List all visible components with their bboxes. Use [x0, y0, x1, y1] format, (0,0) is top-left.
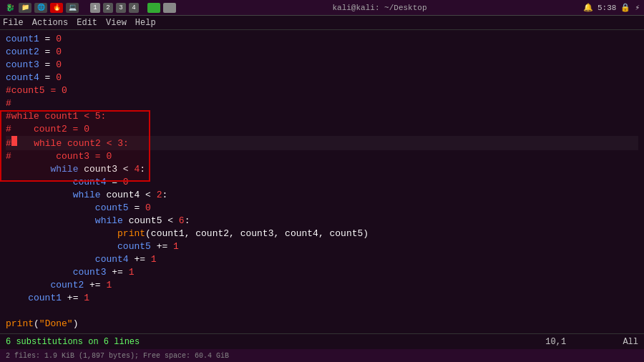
- code-line-3: count3 = 0: [6, 59, 638, 72]
- power-icon: ⚡: [635, 3, 640, 12]
- code-line-1: count1 = 0: [6, 33, 638, 46]
- code-line-15: while count5 < 6:: [6, 215, 638, 228]
- code-line-12: count4 = 0: [6, 176, 638, 189]
- code-line-19: count3 += 1: [6, 266, 638, 279]
- menu-edit[interactable]: Edit: [77, 18, 97, 28]
- code-line-22: [6, 305, 638, 318]
- workspace-1[interactable]: 1: [90, 3, 100, 13]
- menu-file[interactable]: File: [3, 18, 24, 28]
- dragon-icon: 🐉: [4, 2, 16, 14]
- bottombar: 2 files: 1.9 KiB (1,897 bytes); Free spa…: [0, 349, 644, 362]
- menubar: File Actions Edit View Help: [0, 16, 644, 30]
- code-line-2: count2 = 0: [6, 46, 638, 59]
- taskbar: 🐉 📁 🌐 🔥 💻 1 2 3 4 kali@kali: ~/Desktop 🔔…: [0, 0, 644, 16]
- code-line-17: count5 += 1: [6, 240, 638, 253]
- code-line-7: #while count1 < 5:: [6, 110, 638, 123]
- code-line-4: count4 = 0: [6, 72, 638, 84]
- window-indicator-2: [163, 3, 176, 13]
- menu-actions[interactable]: Actions: [32, 18, 68, 28]
- code-line-21: count1 += 1: [6, 292, 638, 305]
- workspace-3[interactable]: 3: [116, 3, 126, 13]
- workspace-2[interactable]: 2: [103, 3, 113, 13]
- status-message: 6 substitutions on 6 lines: [6, 337, 140, 347]
- code-area[interactable]: count1 = 0 count2 = 0 count3 = 0 count4 …: [0, 30, 644, 333]
- tb-btn-2[interactable]: 🌐: [34, 3, 47, 13]
- code-line-16: print(count1, count2, count3, count4, co…: [6, 228, 638, 240]
- code-line-5: #count5 = 0: [6, 84, 638, 97]
- network-icon: 🔔: [583, 3, 593, 12]
- menu-view[interactable]: View: [106, 18, 127, 28]
- cursor-position: 10,1: [545, 337, 566, 347]
- time-display: 5:38: [597, 4, 616, 12]
- lock-icon: 🔒: [620, 3, 630, 12]
- scroll-position: All: [623, 337, 638, 347]
- taskbar-left: 🐉 📁 🌐 🔥 💻 1 2 3 4: [4, 2, 176, 14]
- code-line-23: print("Done"): [6, 318, 638, 331]
- tb-btn-4[interactable]: 💻: [66, 3, 79, 13]
- code-line-24: ~: [6, 331, 638, 333]
- code-line-9: # while count2 < 3:: [6, 136, 638, 150]
- taskbar-right: 🔔 5:38 🔒 ⚡: [583, 3, 640, 12]
- code-line-6: #: [6, 97, 638, 110]
- window-title: kali@kali: ~/Desktop: [332, 4, 426, 12]
- code-line-11: while count3 < 4:: [6, 163, 638, 176]
- menu-help[interactable]: Help: [135, 18, 156, 28]
- code-line-14: count5 = 0: [6, 202, 638, 215]
- workspace-4[interactable]: 4: [129, 3, 139, 13]
- vim-status-right: 10,1 All: [545, 337, 638, 347]
- tb-btn-1[interactable]: 📁: [19, 3, 31, 13]
- code-line-8: # count2 = 0: [6, 123, 638, 136]
- window-indicator-1: [147, 3, 160, 13]
- editor[interactable]: count1 = 0 count2 = 0 count3 = 0 count4 …: [0, 30, 644, 333]
- file-info: 2 files: 1.9 KiB (1,897 bytes); Free spa…: [6, 352, 229, 360]
- code-line-18: count4 += 1: [6, 253, 638, 266]
- tb-btn-3[interactable]: 🔥: [50, 3, 63, 13]
- code-line-20: count2 += 1: [6, 279, 638, 292]
- code-line-13: while count4 < 2:: [6, 189, 638, 202]
- code-line-10: # count3 = 0: [6, 150, 638, 163]
- statusbar: 6 substitutions on 6 lines 10,1 All: [0, 333, 644, 349]
